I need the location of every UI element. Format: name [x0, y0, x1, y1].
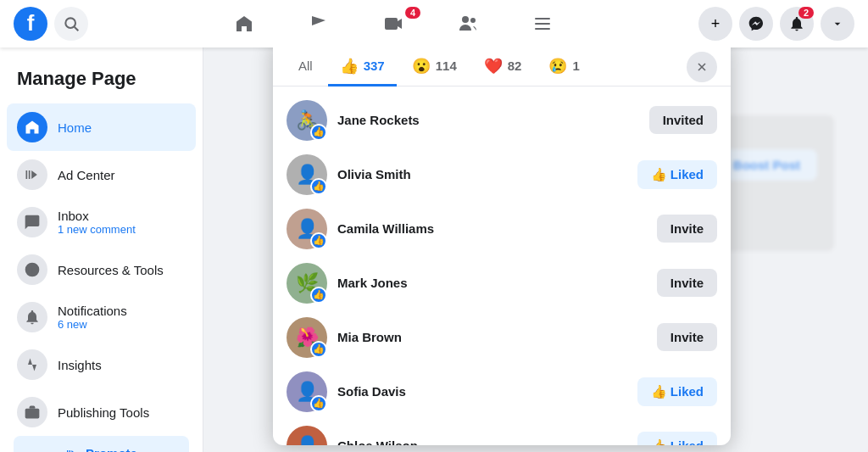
invite-button[interactable]: Invite	[657, 215, 717, 243]
svg-rect-9	[535, 28, 550, 30]
person-name: Mia Brown	[337, 330, 647, 344]
promote-label: Promote	[86, 446, 137, 452]
tab-love[interactable]: ❤️ 82	[472, 48, 534, 86]
nav-center: 4	[88, 3, 698, 44]
list-item[interactable]: 🚴 👍 Jane Rockets Invited	[273, 93, 731, 148]
avatar-wrap: 🌺 👍	[287, 317, 327, 358]
tab-sad[interactable]: 😢 1	[537, 48, 591, 86]
person-name: Jane Rockets	[337, 113, 639, 127]
sidebar-item-inbox[interactable]: Inbox 1 new comment	[7, 198, 196, 246]
reactions-modal: All 👍 337 😮 114 ❤️ 82 😢	[273, 47, 731, 445]
person-name: Camila Williams	[337, 221, 647, 236]
tab-all-label: All	[298, 59, 313, 73]
notifications-button[interactable]: 2	[780, 7, 814, 41]
avatar-wrap: 👤 👍	[287, 209, 327, 249]
sidebar-item-home[interactable]: Home	[7, 103, 196, 151]
nav-video[interactable]: 4	[359, 3, 427, 44]
sidebar-item-text: Inbox 1 new comment	[58, 209, 136, 236]
invited-button[interactable]: Invited	[649, 106, 717, 134]
sad-emoji: 😢	[548, 57, 567, 75]
svg-text:i: i	[31, 264, 34, 275]
nav-people[interactable]	[434, 3, 502, 44]
video-badge: 4	[405, 7, 420, 19]
liked-button[interactable]: 👍 Liked	[637, 432, 717, 445]
avatar-wrap: 🚴 👍	[287, 100, 327, 141]
svg-line-3	[75, 27, 79, 31]
facebook-logo[interactable]: f	[14, 7, 54, 41]
promote-button[interactable]: Promote	[14, 436, 189, 452]
modal-tabs: All 👍 337 😮 114 ❤️ 82 😢	[273, 47, 731, 86]
sidebar-item-label: Home	[58, 120, 92, 135]
invite-button[interactable]: Invite	[657, 269, 717, 297]
tab-all[interactable]: All	[287, 50, 325, 84]
nav-right: + 2	[698, 7, 854, 41]
person-name: Olivia Smith	[337, 167, 627, 181]
sidebar-item-label: Publishing Tools	[58, 405, 149, 420]
invite-button[interactable]: Invite	[657, 323, 717, 351]
svg-rect-8	[535, 23, 550, 25]
list-item[interactable]: 👤 👍 Camila Williams Invite	[273, 202, 731, 256]
search-button[interactable]	[54, 7, 88, 41]
create-button[interactable]: +	[698, 7, 732, 41]
reaction-badge: 👍	[310, 395, 327, 412]
sidebar-title: Manage Page	[7, 61, 196, 103]
inbox-icon	[17, 207, 47, 237]
top-navigation: f 4 + 2	[0, 0, 868, 47]
svg-point-5	[462, 16, 469, 23]
reaction-badge: 👍	[310, 287, 327, 304]
nav-menu[interactable]	[509, 3, 576, 44]
svg-rect-7	[535, 18, 550, 20]
avatar-wrap: 👤 👍	[287, 371, 327, 412]
tab-like[interactable]: 👍 337	[328, 48, 397, 86]
ad-center-icon	[17, 159, 47, 190]
avatar-wrap: 🌿 👍	[287, 263, 327, 304]
list-item[interactable]: 👤 👍 Olivia Smith 👍 Liked	[273, 148, 731, 202]
sidebar-item-label: Insights	[58, 358, 102, 372]
nav-home[interactable]	[210, 3, 278, 44]
avatar: 👤	[287, 426, 327, 445]
sidebar-item-resources[interactable]: i Resources & Tools	[7, 246, 196, 293]
sidebar-item-publishing[interactable]: Publishing Tools	[7, 388, 196, 436]
like-count: 337	[364, 59, 385, 73]
love-emoji: ❤️	[484, 57, 503, 75]
sidebar-item-insights[interactable]: Insights	[7, 341, 196, 388]
sidebar-item-text: Notifications 6 new	[58, 304, 127, 331]
notification-badge: 2	[798, 7, 814, 19]
love-count: 82	[508, 59, 522, 73]
main-layout: Manage Page Home Ad Center Inbox 1 new c…	[0, 47, 868, 452]
person-name: Mark Jones	[337, 276, 647, 290]
svg-rect-4	[385, 18, 398, 30]
like-emoji: 👍	[340, 57, 359, 75]
sidebar-item-label: Resources & Tools	[58, 263, 164, 277]
sidebar: Manage Page Home Ad Center Inbox 1 new c…	[0, 47, 203, 452]
sidebar-item-notifications[interactable]: Notifications 6 new	[7, 293, 196, 341]
reaction-badge: 👍	[310, 178, 327, 195]
tab-wow[interactable]: 😮 114	[400, 48, 469, 86]
list-item[interactable]: 👤 👍 Chloe Wilson 👍 Liked	[273, 419, 731, 445]
close-modal-button[interactable]	[687, 52, 717, 82]
svg-point-6	[470, 18, 476, 23]
svg-point-2	[65, 18, 75, 28]
resources-icon: i	[17, 254, 47, 285]
messenger-button[interactable]	[739, 7, 773, 41]
sad-count: 1	[572, 59, 579, 73]
insights-icon	[17, 349, 47, 380]
liked-button[interactable]: 👍 Liked	[637, 377, 717, 406]
person-name: Chloe Wilson	[337, 438, 627, 445]
liked-button[interactable]: 👍 Liked	[637, 160, 717, 189]
home-icon	[17, 112, 47, 142]
sidebar-item-ad-center[interactable]: Ad Center	[7, 151, 196, 198]
modal-overlay: All 👍 337 😮 114 ❤️ 82 😢	[203, 47, 868, 452]
list-item[interactable]: 🌿 👍 Mark Jones Invite	[273, 256, 731, 310]
account-button[interactable]	[821, 7, 854, 41]
inbox-label: Inbox	[58, 209, 136, 223]
inbox-sub: 1 new comment	[58, 223, 136, 236]
notifications-sub: 6 new	[58, 318, 127, 331]
person-name: Sofia Davis	[337, 384, 627, 399]
list-item[interactable]: 🌺 👍 Mia Brown Invite	[273, 310, 731, 365]
svg-text:f: f	[27, 10, 35, 36]
nav-flag[interactable]	[285, 3, 353, 44]
reaction-badge: 👍	[310, 124, 327, 141]
list-item[interactable]: 👤 👍 Sofia Davis 👍 Liked	[273, 365, 731, 419]
plus-icon: +	[711, 15, 721, 33]
